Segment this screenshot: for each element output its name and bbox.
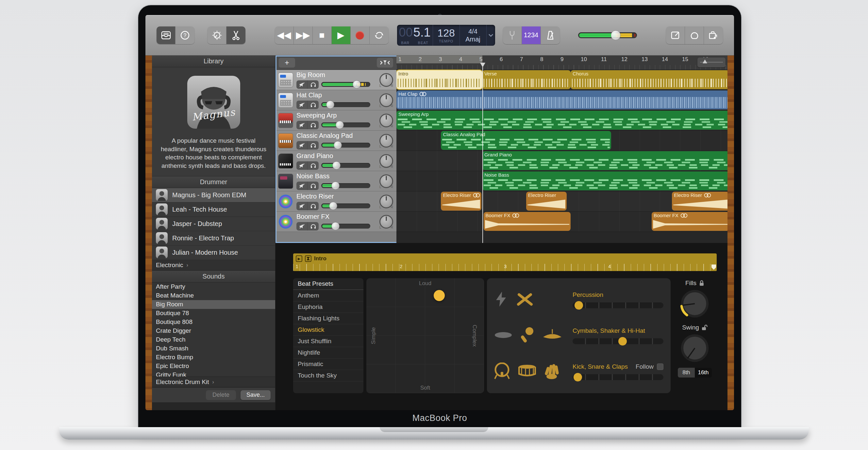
mute-button[interactable] [297, 121, 308, 129]
tuner-button[interactable] [503, 27, 522, 44]
bar-ruler[interactable]: 12345678910111213141516 [396, 56, 727, 70]
solo-button[interactable] [308, 101, 319, 109]
mute-button[interactable] [297, 161, 308, 170]
mute-button[interactable] [297, 141, 308, 150]
track-lane[interactable]: Boomer FXBoomer FX [396, 212, 727, 232]
metronome-button[interactable] [541, 27, 560, 44]
mute-button[interactable] [297, 202, 308, 210]
swing-knob[interactable] [680, 333, 710, 363]
editor-region-header[interactable]: ▶ Intro [293, 253, 717, 264]
drumsticks-icon[interactable] [516, 292, 533, 308]
drummer-list-item[interactable]: Julian - Modern House [152, 246, 275, 260]
volume-thumb[interactable] [334, 141, 342, 149]
track-header-row[interactable]: Noise BassLR [276, 171, 396, 191]
drum-mix-slider-thumb[interactable] [574, 373, 582, 381]
volume-thumb[interactable] [332, 161, 341, 169]
rewind-button[interactable]: ◀◀ [275, 27, 294, 44]
swing-rate-option[interactable]: 16th [695, 368, 712, 378]
snare-drum-icon[interactable] [518, 364, 536, 379]
mute-button[interactable] [297, 81, 308, 89]
region-audio-orange[interactable]: Electro Riser [526, 192, 567, 211]
solo-button[interactable] [308, 121, 319, 129]
save-button[interactable]: Save... [241, 390, 271, 400]
track-header-row[interactable]: Boomer FXLR [276, 212, 396, 232]
drummer-list-item[interactable]: Jasper - Dubstep [152, 217, 275, 231]
track-volume-slider[interactable] [321, 143, 370, 148]
swing-rate-option[interactable]: 8th [678, 368, 695, 378]
volume-thumb[interactable] [329, 202, 337, 210]
mute-button[interactable] [297, 182, 308, 190]
fills-knob[interactable] [680, 289, 710, 319]
track-header-row[interactable]: Electro RiserLR [276, 191, 396, 212]
play-button[interactable]: ▶ [332, 27, 351, 44]
delete-button[interactable]: Delete [206, 390, 236, 400]
genre-breadcrumb[interactable]: Electronic› [152, 260, 275, 271]
notepad-button[interactable] [666, 27, 685, 44]
region-audio-orange[interactable]: Electro Riser [672, 192, 727, 211]
beat-preset-item[interactable]: Nightlife [293, 347, 364, 359]
drum-mix-slider-thumb[interactable] [618, 337, 627, 346]
drum-mix-slider-thumb[interactable] [575, 301, 583, 310]
kick-drum-icon[interactable] [494, 362, 510, 381]
track-volume-slider[interactable] [321, 163, 370, 168]
zoom-slider[interactable] [698, 58, 725, 67]
sound-list-item[interactable]: Boutique 78 [152, 309, 275, 318]
beat-preset-item[interactable]: Just Shufflin [293, 336, 364, 347]
solo-button[interactable] [308, 202, 319, 210]
sound-list-item[interactable]: Beat Machine [152, 291, 275, 300]
sound-list-item[interactable]: Gritty Funk [152, 371, 275, 377]
mute-button[interactable] [297, 222, 308, 230]
drummer-list-item[interactable]: Leah - Tech House [152, 202, 275, 217]
track-lane[interactable]: Sweeping Arp [396, 110, 727, 131]
track-volume-slider[interactable] [321, 123, 370, 127]
track-header-row[interactable]: Classic Analog PadLR [276, 131, 396, 151]
beat-preset-item[interactable]: Euphoria [293, 301, 364, 313]
track-volume-slider[interactable] [321, 102, 370, 107]
solo-button[interactable] [308, 161, 319, 170]
region-drummer[interactable]: Verse [483, 70, 570, 89]
region-midi-green[interactable]: Classic Analog Pad [441, 131, 611, 150]
add-track-button[interactable]: + [279, 58, 295, 68]
editors-button[interactable] [226, 27, 245, 44]
lcd-chevron-down-icon[interactable] [487, 25, 495, 46]
volume-thumb[interactable] [336, 121, 344, 129]
track-header-row[interactable]: Grand PianoLR [276, 151, 396, 171]
sound-list-item[interactable]: Big Room [152, 300, 275, 309]
region-midi-green[interactable]: Grand Piano [483, 151, 727, 170]
drum-mix-slider[interactable] [572, 302, 663, 308]
track-lane[interactable]: Grand Piano [396, 151, 727, 171]
track-lane[interactable]: Hat Clap [396, 90, 727, 110]
track-lane[interactable]: Electro RiserElectro RiserElectro Riser [396, 191, 727, 212]
complexity-xy-pad[interactable]: Loud Soft Simple Complex [366, 278, 484, 393]
region-audio-orange[interactable]: Boomer FX [652, 212, 727, 231]
quick-help-button[interactable]: ? [176, 27, 194, 44]
region-drummer[interactable]: Chorus [570, 70, 727, 89]
region-audio-blue[interactable]: Hat Clap [396, 91, 727, 109]
media-browser-button[interactable] [704, 27, 723, 44]
solo-button[interactable] [308, 222, 319, 230]
track-volume-slider[interactable] [321, 183, 370, 188]
sound-list-item[interactable]: Electro Bump [152, 353, 275, 362]
follow-checkbox[interactable] [657, 363, 663, 370]
volume-thumb[interactable] [352, 81, 361, 89]
track-header-row[interactable]: Hat ClapLR [276, 90, 396, 110]
editor-play-icon[interactable]: ▶ [296, 255, 302, 262]
beat-preset-item[interactable]: Prismatic [293, 359, 364, 370]
forward-button[interactable]: ▶▶ [294, 27, 313, 44]
sound-list-item[interactable]: After Party [152, 283, 275, 291]
volume-thumb[interactable] [611, 30, 621, 40]
volume-thumb[interactable] [331, 222, 340, 230]
editor-end-marker[interactable] [711, 264, 716, 270]
crash-cymbal-icon[interactable] [542, 328, 562, 343]
ride-cymbal-icon[interactable] [494, 331, 513, 340]
smart-controls-button[interactable] [208, 27, 226, 44]
xy-puck[interactable] [434, 290, 445, 301]
track-lane[interactable]: Noise Bass [396, 171, 727, 191]
lightning-icon[interactable] [494, 291, 508, 309]
region-midi-green[interactable]: Noise Bass [483, 171, 727, 190]
count-in-button[interactable]: 1234 [522, 27, 541, 44]
solo-button[interactable] [308, 81, 319, 89]
beat-preset-item[interactable]: Glowstick [293, 324, 364, 336]
drum-mix-slider[interactable] [572, 374, 663, 380]
sound-list-item[interactable]: Crate Digger [152, 327, 275, 335]
